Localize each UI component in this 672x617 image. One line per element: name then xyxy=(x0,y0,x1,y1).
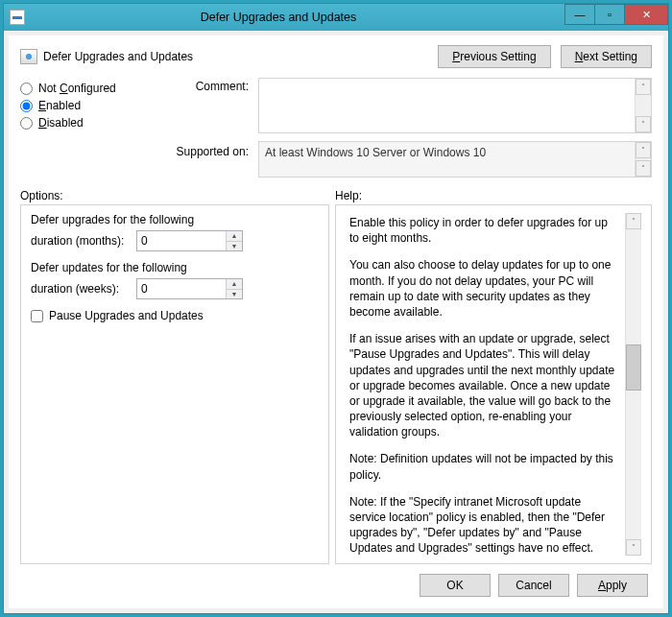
scroll-down-icon[interactable]: ˅ xyxy=(626,539,641,556)
spin-up-icon[interactable]: ▲ xyxy=(226,279,242,289)
maximize-button[interactable]: ▫ xyxy=(594,4,625,25)
state-not-configured[interactable]: Not Configured xyxy=(20,82,159,95)
scroll-down-icon[interactable]: ˅ xyxy=(636,160,651,177)
pause-checkbox-row[interactable]: Pause Upgrades and Updates xyxy=(31,309,319,322)
supported-on-wrap: At least Windows 10 Server or Windows 10… xyxy=(258,141,652,178)
policy-editor-window: Defer Upgrades and Updates — ▫ ✕ Defer U… xyxy=(3,3,669,614)
comment-field[interactable] xyxy=(259,79,635,132)
pause-checkbox-label: Pause Upgrades and Updates xyxy=(49,309,204,322)
upgrades-duration-label: duration (months): xyxy=(31,234,136,248)
options-label: Options: xyxy=(20,189,335,202)
help-scrollbar[interactable]: ˄ ˅ xyxy=(625,213,641,556)
content-area: Defer Upgrades and Updates Previous Sett… xyxy=(9,36,663,608)
spin-up-icon[interactable]: ▲ xyxy=(226,231,242,241)
pause-checkbox[interactable] xyxy=(31,310,43,322)
policy-title-text: Defer Upgrades and Updates xyxy=(43,50,193,63)
comment-field-wrap: ˄ ˅ xyxy=(258,78,652,133)
state-enabled[interactable]: Enabled xyxy=(20,99,159,112)
scroll-thumb[interactable] xyxy=(626,344,641,391)
minimize-button[interactable]: — xyxy=(564,4,595,25)
ok-button[interactable]: OK xyxy=(420,574,491,597)
spin-down-icon[interactable]: ▼ xyxy=(226,241,242,251)
updates-duration-spinner[interactable]: ▲ ▼ xyxy=(136,278,243,299)
window-title: Defer Upgrades and Updates xyxy=(4,11,553,24)
scroll-down-icon[interactable]: ˅ xyxy=(636,116,651,132)
scroll-up-icon[interactable]: ˄ xyxy=(636,79,651,95)
enabled-radio[interactable] xyxy=(20,100,33,112)
policy-icon xyxy=(20,49,37,64)
supported-scrollbar[interactable]: ˄ ˅ xyxy=(635,142,651,177)
window-controls: — ▫ ✕ xyxy=(565,4,668,25)
not-configured-radio[interactable] xyxy=(20,83,33,95)
upgrades-duration-input[interactable] xyxy=(137,231,226,250)
options-pane: Defer upgrades for the following duratio… xyxy=(20,204,329,564)
help-text: Enable this policy in order to defer upg… xyxy=(346,213,625,556)
spin-down-icon[interactable]: ▼ xyxy=(226,289,242,299)
defer-upgrades-label: Defer upgrades for the following xyxy=(31,213,319,226)
supported-on-label: Supported on: xyxy=(163,133,254,158)
cancel-button[interactable]: Cancel xyxy=(498,574,569,597)
supported-on-field: At least Windows 10 Server or Windows 10 xyxy=(259,142,635,177)
scroll-up-icon[interactable]: ˄ xyxy=(636,142,651,158)
comment-label: Comment: xyxy=(163,78,254,93)
next-setting-button[interactable]: Next Setting xyxy=(561,45,652,68)
close-button[interactable]: ✕ xyxy=(624,4,668,25)
comment-scrollbar[interactable]: ˄ ˅ xyxy=(635,79,651,132)
help-label: Help: xyxy=(335,189,362,202)
scroll-up-icon[interactable]: ˄ xyxy=(626,213,641,229)
defer-updates-label: Defer updates for the following xyxy=(31,261,319,274)
apply-button[interactable]: Apply xyxy=(577,574,648,597)
updates-duration-label: duration (weeks): xyxy=(31,282,136,296)
upgrades-duration-spinner[interactable]: ▲ ▼ xyxy=(136,230,243,251)
disabled-radio[interactable] xyxy=(20,117,33,130)
help-pane: Enable this policy in order to defer upg… xyxy=(335,204,652,564)
previous-setting-button[interactable]: Previous Setting xyxy=(438,45,550,68)
updates-duration-input[interactable] xyxy=(137,279,226,298)
dialog-buttons: OK Cancel Apply xyxy=(20,564,652,599)
policy-title: Defer Upgrades and Updates xyxy=(20,49,193,64)
state-disabled[interactable]: Disabled xyxy=(20,116,159,130)
titlebar[interactable]: Defer Upgrades and Updates — ▫ ✕ xyxy=(4,4,668,31)
